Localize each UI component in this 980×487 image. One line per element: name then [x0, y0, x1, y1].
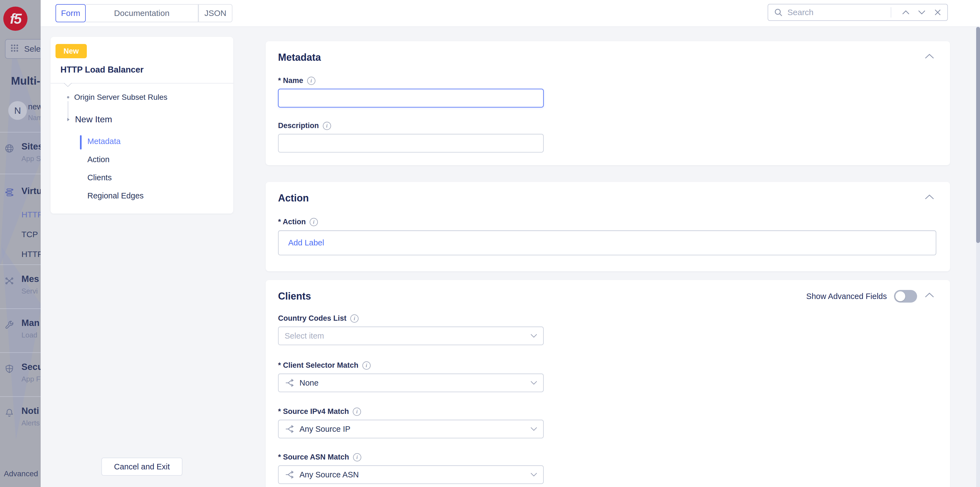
wizard-title: HTTP Load Balancer: [60, 65, 144, 75]
divider: [891, 7, 891, 18]
workspace-subtitle: Nam: [28, 114, 41, 122]
info-icon[interactable]: i: [353, 453, 361, 462]
select-service-button[interactable]: Sele: [5, 39, 41, 59]
clients-section-title: Clients: [278, 291, 311, 302]
chevron-up-icon: [925, 53, 934, 59]
country-codes-select[interactable]: Select item: [278, 326, 544, 345]
toggle-knob: [896, 291, 905, 301]
sidebar-item-virtual[interactable]: Virtu: [21, 186, 41, 196]
tree-section-regional-edges[interactable]: Regional Edges: [88, 191, 144, 201]
info-icon[interactable]: i: [310, 218, 318, 226]
branch-icon: [285, 469, 294, 479]
sidebar-item-manage[interactable]: Man: [21, 318, 41, 328]
search-close-button[interactable]: [930, 5, 946, 20]
chevron-up-icon: [902, 9, 909, 16]
info-icon[interactable]: i: [323, 122, 331, 130]
sidebar-item-sites[interactable]: Sites: [21, 141, 41, 152]
chevron-down-icon: [531, 427, 537, 431]
description-field-label: Description i: [278, 121, 331, 130]
branch-icon: [285, 424, 294, 434]
scrollbar-track[interactable]: [976, 27, 980, 487]
sidebar-link-http-1[interactable]: HTTP: [21, 210, 41, 219]
wizard-nav-panel: New HTTP Load Balancer Origin Server Sub…: [51, 37, 233, 213]
tree-section-metadata[interactable]: Metadata: [88, 137, 121, 146]
add-label-link[interactable]: Add Label: [288, 238, 324, 247]
panel-collapse-notch[interactable]: [64, 83, 72, 87]
sidebar-link-http-2[interactable]: HTTP: [21, 250, 41, 259]
metadata-section-title: Metadata: [278, 52, 321, 63]
modal-body: New HTTP Load Balancer Origin Server Sub…: [41, 27, 980, 487]
tree-connector: [68, 101, 68, 119]
cancel-and-exit-button[interactable]: Cancel and Exit: [101, 458, 183, 476]
metadata-section: Metadata * Name i Description i: [266, 41, 950, 165]
divider: [0, 174, 41, 174]
advanced-fields-row: Show Advanced Fields: [807, 290, 917, 302]
sidebar-item-mesh-subtitle: Servi: [21, 287, 41, 296]
name-input[interactable]: [278, 89, 544, 107]
show-advanced-fields-toggle[interactable]: [894, 290, 917, 302]
search-next-button[interactable]: [914, 5, 930, 20]
chevron-up-icon: [925, 292, 934, 298]
info-icon[interactable]: i: [350, 314, 358, 323]
collapse-clients-button[interactable]: [925, 292, 934, 298]
sidebar-item-security-subtitle: App F: [21, 375, 41, 384]
tab-form[interactable]: Form: [56, 4, 86, 22]
tree-current-node[interactable]: New Item: [75, 114, 112, 124]
tree-section-action[interactable]: Action: [88, 155, 110, 164]
sidebar-item-mesh[interactable]: Mes: [21, 274, 41, 284]
description-input[interactable]: [278, 134, 544, 153]
divider: [0, 264, 41, 265]
sidebar-item-notifications-subtitle: Alerts: [21, 419, 41, 427]
source-asn-select[interactable]: Any Source ASN: [278, 465, 544, 484]
grid-icon: [10, 43, 19, 55]
tree-section-clients[interactable]: Clients: [88, 173, 112, 182]
modal-header: Form Documentation JSON: [41, 0, 980, 27]
sidebar-item-notifications[interactable]: Noti: [21, 406, 41, 416]
advanced-fields-label: Show Advanced Fields: [807, 292, 887, 301]
clients-section: Clients Show Advanced Fields Country Cod…: [266, 280, 950, 487]
info-icon[interactable]: i: [353, 407, 361, 416]
sidebar-advanced-link[interactable]: Advanced: [4, 469, 41, 478]
sidebar-item-security[interactable]: Secu: [21, 362, 41, 372]
sidebar-item-sites-subtitle: App S: [21, 154, 41, 163]
tree-arrow-icon: [66, 117, 71, 122]
wrench-icon: [5, 320, 14, 330]
tree-node-bullet: [67, 96, 69, 99]
search-icon: [774, 8, 783, 17]
chevron-up-icon: [925, 194, 934, 199]
tab-json[interactable]: JSON: [198, 4, 232, 22]
collapse-action-button[interactable]: [925, 194, 934, 199]
tab-documentation[interactable]: Documentation: [86, 4, 198, 22]
search-prev-button[interactable]: [898, 5, 914, 20]
background-page-title: Multi-C: [11, 75, 41, 87]
divider: [0, 352, 41, 353]
info-icon[interactable]: i: [307, 77, 315, 85]
select-service-label: Sele: [24, 44, 41, 54]
chevron-down-icon: [531, 381, 537, 385]
sidebar-item-manage-subtitle: Load: [21, 331, 41, 339]
chevron-down-icon: [531, 334, 537, 338]
info-icon[interactable]: i: [363, 361, 371, 370]
client-selector-select[interactable]: None: [278, 374, 544, 392]
source-ipv4-select[interactable]: Any Source IP: [278, 420, 544, 438]
client-selector-label: * Client Selector Match i: [278, 361, 371, 370]
scrollbar-thumb[interactable]: [976, 27, 980, 243]
sidebar-link-tcp[interactable]: TCP: [21, 230, 41, 239]
active-section-indicator: [80, 135, 81, 150]
tree-parent-node[interactable]: Origin Server Subset Rules: [74, 93, 167, 102]
shield-icon: [5, 364, 14, 374]
search-input[interactable]: [788, 8, 891, 17]
dimmed-background-sidebar: f5 Sele Multi-C N new Nam Sites App S Vi…: [0, 0, 41, 487]
divider: [0, 132, 41, 132]
workspace-name: new: [28, 102, 41, 111]
chevron-down-icon: [531, 473, 537, 477]
new-badge: New: [56, 44, 87, 58]
action-field-label: * Action i: [278, 218, 318, 226]
action-label-selector[interactable]: Add Label: [278, 230, 936, 255]
f5-logo: f5: [3, 6, 27, 31]
workspace-avatar: N: [8, 101, 27, 120]
country-codes-label: Country Codes List i: [278, 314, 358, 323]
collapse-metadata-button[interactable]: [925, 53, 934, 59]
divider: [51, 83, 233, 84]
close-icon: [934, 9, 941, 16]
